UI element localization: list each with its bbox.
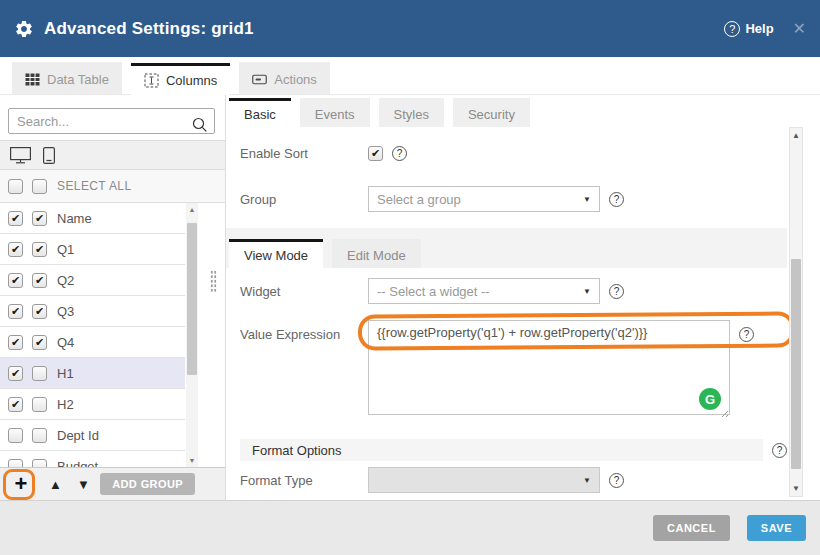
column-row-q4[interactable]: ✔✔Q4: [0, 327, 185, 358]
column-label: Budget: [57, 459, 98, 468]
column-row-h1[interactable]: ✔H1: [0, 358, 185, 389]
format-type-select[interactable]: ▼: [368, 467, 600, 493]
grammarly-icon[interactable]: G: [699, 388, 721, 410]
question-circle-icon: ?: [724, 21, 740, 37]
value-expression-label: Value Expression: [240, 327, 368, 342]
group-help-icon[interactable]: ?: [609, 192, 624, 207]
gear-icon: [14, 19, 34, 39]
scroll-up-icon[interactable]: ▲: [790, 131, 802, 140]
enable-sort-label: Enable Sort: [240, 146, 368, 161]
widget-help-icon[interactable]: ?: [609, 284, 624, 299]
mobile-checkbox[interactable]: [32, 428, 47, 443]
scroll-down-icon[interactable]: ▼: [186, 457, 198, 464]
tab-label: Data Table: [47, 72, 109, 87]
widget-select-value: -- Select a widget --: [377, 284, 490, 299]
format-options-help-icon[interactable]: ?: [772, 443, 787, 458]
mobile-checkbox[interactable]: ✔: [32, 304, 47, 319]
desktop-checkbox[interactable]: [8, 428, 23, 443]
group-label: Group: [240, 192, 368, 207]
help-label: Help: [745, 21, 773, 36]
columns-icon: [144, 73, 159, 88]
tab-label: Columns: [166, 73, 217, 88]
move-down-button[interactable]: ▼: [77, 478, 90, 491]
desktop-checkbox[interactable]: ✔: [8, 211, 23, 226]
chevron-down-icon: ▼: [583, 195, 591, 204]
mobile-checkbox[interactable]: [32, 397, 47, 412]
desktop-checkbox[interactable]: [8, 459, 23, 468]
desktop-checkbox[interactable]: ✔: [8, 397, 23, 412]
tab-edit-mode[interactable]: Edit Mode: [332, 239, 421, 268]
mobile-checkbox[interactable]: ✔: [32, 242, 47, 257]
sidebar-scrollbar-thumb[interactable]: [187, 223, 197, 375]
tab-actions[interactable]: Actions: [239, 62, 330, 94]
mobile-checkbox[interactable]: ✔: [32, 211, 47, 226]
main-tab-bar: Data TableColumnsActions: [0, 57, 820, 95]
enable-sort-checkbox[interactable]: ✔: [368, 146, 383, 161]
column-label: Q1: [57, 242, 74, 257]
search-icon: [192, 117, 208, 133]
table-icon: [25, 73, 40, 86]
column-settings-panel: BasicEventsStylesSecurity Enable Sort ✔ …: [226, 95, 820, 500]
format-type-label: Format Type: [240, 473, 368, 488]
tab-view-mode[interactable]: View Mode: [229, 239, 323, 268]
tab-label: Actions: [274, 72, 317, 87]
column-row-name[interactable]: ✔✔Name: [0, 203, 185, 234]
column-row-h2[interactable]: ✔H2: [0, 389, 185, 420]
desktop-checkbox[interactable]: ✔: [8, 242, 23, 257]
tab-security[interactable]: Security: [453, 98, 530, 127]
column-label: Name: [57, 211, 92, 226]
desktop-checkbox[interactable]: ✔: [8, 273, 23, 288]
device-columns-header: [0, 140, 225, 170]
help-button[interactable]: ? Help: [724, 21, 773, 37]
value-expression-textarea[interactable]: {{row.getProperty('q1') + row.getPropert…: [368, 320, 730, 415]
column-label: H2: [57, 397, 74, 412]
column-row-dept-id[interactable]: Dept Id: [0, 420, 185, 451]
tab-data-table[interactable]: Data Table: [12, 62, 122, 94]
desktop-icon: [10, 147, 31, 164]
mode-tab-bar: View ModeEdit Mode: [226, 228, 787, 268]
column-row-q2[interactable]: ✔✔Q2: [0, 265, 185, 296]
panel-scrollbar-thumb[interactable]: [791, 259, 801, 469]
tab-columns[interactable]: Columns: [131, 63, 230, 95]
format-options-label: Format Options: [252, 443, 342, 458]
save-button[interactable]: SAVE: [747, 515, 806, 541]
dialog-title: Advanced Settings: grid1: [44, 19, 254, 39]
column-label: Q4: [57, 335, 74, 350]
cancel-button[interactable]: CANCEL: [653, 515, 730, 541]
close-icon[interactable]: ✕: [793, 21, 806, 37]
title-bar: Advanced Settings: grid1 ? Help ✕: [0, 0, 820, 57]
widget-label: Widget: [240, 284, 368, 299]
scroll-up-icon[interactable]: ▲: [186, 206, 198, 213]
column-row-budget[interactable]: Budget: [0, 451, 185, 467]
group-select[interactable]: Select a group ▼: [368, 186, 600, 212]
mobile-checkbox[interactable]: [32, 366, 47, 381]
select-all-mobile-checkbox[interactable]: [32, 179, 47, 194]
select-all-row: SELECT ALL: [0, 170, 225, 203]
splitter-grip[interactable]: [210, 270, 217, 292]
mobile-checkbox[interactable]: ✔: [32, 335, 47, 350]
mobile-checkbox[interactable]: ✔: [32, 273, 47, 288]
desktop-checkbox[interactable]: ✔: [8, 335, 23, 350]
tab-events[interactable]: Events: [300, 98, 370, 127]
desktop-checkbox[interactable]: ✔: [8, 366, 23, 381]
widget-select[interactable]: -- Select a widget -- ▼: [368, 278, 600, 304]
select-all-desktop-checkbox[interactable]: [8, 179, 23, 194]
enable-sort-help-icon[interactable]: ?: [392, 146, 407, 161]
select-all-label: SELECT ALL: [57, 179, 132, 193]
tab-styles[interactable]: Styles: [379, 98, 444, 127]
sidebar-scrollbar: ▲ ▼: [186, 203, 198, 467]
search-input[interactable]: [8, 108, 215, 134]
value-expression-help-icon[interactable]: ?: [739, 327, 754, 342]
desktop-checkbox[interactable]: ✔: [8, 304, 23, 319]
add-group-button[interactable]: ADD GROUP: [100, 473, 195, 495]
mobile-checkbox[interactable]: [32, 459, 47, 468]
tab-basic[interactable]: Basic: [229, 98, 291, 127]
sidebar-toolbar: + ▲ ▼ ADD GROUP: [0, 467, 225, 500]
format-type-help-icon[interactable]: ?: [609, 473, 624, 488]
advanced-settings-dialog: Advanced Settings: grid1 ? Help ✕ Data T…: [0, 0, 820, 555]
add-column-button[interactable]: +: [8, 473, 34, 495]
move-up-button[interactable]: ▲: [49, 478, 62, 491]
column-row-q3[interactable]: ✔✔Q3: [0, 296, 185, 327]
column-row-q1[interactable]: ✔✔Q1: [0, 234, 185, 265]
scroll-down-icon[interactable]: ▼: [790, 484, 802, 493]
